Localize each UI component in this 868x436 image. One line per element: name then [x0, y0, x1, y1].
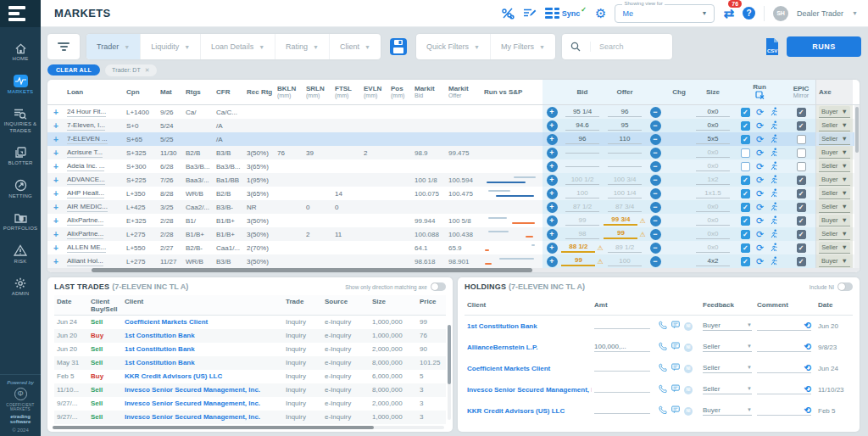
loan-name-link[interactable]: Adeia Inc. ... [67, 162, 104, 171]
filter-funnel-button[interactable] [47, 34, 80, 59]
bid-input[interactable] [565, 165, 599, 167]
send-run-icon[interactable] [770, 229, 778, 240]
bid-input[interactable]: 96 [565, 135, 599, 144]
send-run-icon[interactable] [770, 148, 778, 159]
offer-input[interactable]: 99 [604, 229, 637, 239]
grid-row[interactable]: +24 Hour Fit...L+14009/26Ca/Ca/C...+95 1… [47, 105, 860, 119]
axe-select[interactable]: Seller▼ [819, 187, 850, 199]
send-run-icon[interactable] [770, 215, 778, 226]
comment-input[interactable]: ⟲ [757, 364, 811, 373]
refresh-run-icon[interactable]: ⟳ [756, 203, 764, 212]
sidebar-item-admin[interactable]: ADMIN [0, 271, 41, 304]
improve-price-button[interactable]: + [547, 243, 558, 254]
size-input[interactable]: 4x2 [696, 257, 730, 266]
chat-icon[interactable] [671, 405, 680, 416]
trade-row[interactable]: Jun 20Buy1st Constitution BankInquirye-I… [54, 329, 446, 343]
axe-select[interactable]: Seller▼ [819, 228, 850, 240]
bid-input[interactable]: 95 1/4 [565, 108, 599, 117]
chat-icon[interactable] [671, 342, 680, 352]
offer-input[interactable]: 110 [608, 135, 642, 144]
phone-icon[interactable] [659, 321, 667, 331]
size-input[interactable]: 0x0 [696, 230, 730, 239]
worsen-price-button[interactable]: − [650, 175, 661, 186]
phone-icon[interactable] [659, 363, 667, 373]
search-input[interactable] [591, 42, 672, 51]
chip-remove-icon[interactable]: ✕ [145, 67, 150, 74]
expand-row-button[interactable]: + [53, 148, 58, 158]
expand-row-button[interactable]: + [53, 216, 58, 226]
client-link[interactable]: KKR Credit Advisors (US) LLC [125, 372, 222, 380]
worsen-price-button[interactable]: − [650, 107, 661, 118]
expand-row-button[interactable]: + [53, 203, 58, 212]
refresh-run-icon[interactable]: ⟳ [756, 216, 764, 226]
loan-name-link[interactable]: 24 Hour Fit... [67, 108, 106, 117]
improve-price-button[interactable]: + [547, 256, 558, 267]
cancel-runs-icon[interactable] [755, 91, 765, 101]
bid-input[interactable]: 100 [565, 189, 599, 198]
saved-filter-dropdown-quick-filters[interactable]: Quick Filters▼ [416, 34, 491, 59]
client-link[interactable]: Invesco Senior Secured Management, Inc. [467, 386, 592, 394]
offer-input[interactable]: 95 [608, 121, 642, 131]
worsen-price-button[interactable]: − [650, 148, 661, 159]
worsen-price-button[interactable]: − [650, 188, 661, 199]
include-ni-toggle[interactable] [837, 282, 853, 291]
loan-name-link[interactable]: ALLEN ME... [67, 243, 106, 253]
axe-select[interactable]: Buyer▼ [819, 106, 850, 118]
improve-price-button[interactable]: + [547, 161, 558, 172]
grid-vertical-scrollbar[interactable] [854, 105, 860, 268]
run-checkbox[interactable] [741, 243, 750, 253]
grid-row[interactable]: +AIR MEDIC...L+4253/25Caa2/...B3/B-NR00+… [47, 200, 860, 214]
holding-row[interactable]: Invesco Senior Secured Management, Inc.N… [465, 379, 853, 400]
sidebar-item-home[interactable]: HOME [0, 36, 41, 69]
loan-name-link[interactable]: AHP Healt... [67, 189, 104, 198]
size-input[interactable]: 0x0 [696, 216, 730, 226]
amt-input[interactable] [594, 364, 650, 372]
sidebar-item-inquiries[interactable]: INQUIRIES & TRADES [0, 101, 41, 140]
client-link[interactable]: Invesco Senior Secured Management, Inc. [125, 386, 260, 394]
comment-input[interactable]: ⟲ [757, 343, 811, 352]
bid-input[interactable]: 100 1/2 [565, 176, 599, 185]
improve-price-button[interactable]: + [547, 120, 558, 131]
refresh-run-icon[interactable]: ⟳ [756, 162, 764, 171]
send-run-icon[interactable] [770, 202, 778, 213]
help-icon[interactable]: ? [743, 7, 755, 20]
run-checkbox[interactable] [741, 216, 750, 226]
epic-mirror-checkbox[interactable] [797, 121, 806, 131]
comment-input[interactable]: ⟲ [757, 385, 811, 394]
amt-input[interactable] [594, 406, 650, 414]
run-checkbox[interactable] [741, 230, 750, 239]
worsen-price-button[interactable]: − [650, 161, 661, 172]
size-input[interactable]: 0x0 [696, 162, 730, 171]
size-input[interactable]: 0x0 [696, 148, 730, 158]
expand-row-button[interactable]: + [53, 230, 58, 239]
send-run-icon[interactable] [770, 107, 778, 118]
edit-notes-icon[interactable] [523, 8, 537, 19]
trades-horizontal-scrollbar[interactable] [53, 426, 444, 429]
improve-price-button[interactable]: + [547, 148, 558, 159]
client-link[interactable]: AllianceBernstein L.P. [467, 344, 537, 351]
loan-name-link[interactable]: 7-Eleven, I... [67, 121, 105, 131]
axe-select[interactable]: Buyer▼ [819, 215, 850, 226]
loan-name-link[interactable]: Acrisure T... [67, 148, 103, 158]
epic-mirror-checkbox[interactable] [797, 135, 806, 144]
loan-name-link[interactable]: AIR MEDIC... [67, 203, 108, 212]
loan-name-link[interactable]: AlixPartne... [67, 216, 103, 226]
run-checkbox[interactable] [741, 135, 750, 144]
send-run-icon[interactable] [770, 134, 778, 145]
filter-dropdown-trader[interactable]: Trader▼ [86, 34, 141, 59]
epic-mirror-checkbox[interactable] [797, 216, 806, 226]
trade-row[interactable]: Feb 5BuyKKR Credit Advisors (US) LLCInqu… [54, 370, 446, 383]
trade-row[interactable]: May 31Sell1st Constitution BankInquirye-… [54, 356, 446, 370]
offer-input[interactable]: 89 1/2 [608, 243, 642, 253]
refresh-run-icon[interactable]: ⟳ [756, 121, 764, 131]
trades-vertical-scrollbar[interactable] [448, 325, 451, 420]
refresh-run-icon[interactable]: ⟳ [756, 148, 764, 158]
runs-button[interactable]: RUNS [787, 36, 861, 57]
chat-icon[interactable] [671, 363, 680, 373]
expand-row-button[interactable]: + [53, 176, 58, 185]
expand-row-button[interactable]: + [53, 257, 58, 266]
direction-matching-toggle[interactable] [431, 282, 446, 291]
epic-mirror-checkbox[interactable] [797, 176, 806, 185]
saved-filter-dropdown-my-filters[interactable]: My Filters▼ [491, 34, 555, 59]
worsen-price-button[interactable]: − [650, 202, 661, 213]
